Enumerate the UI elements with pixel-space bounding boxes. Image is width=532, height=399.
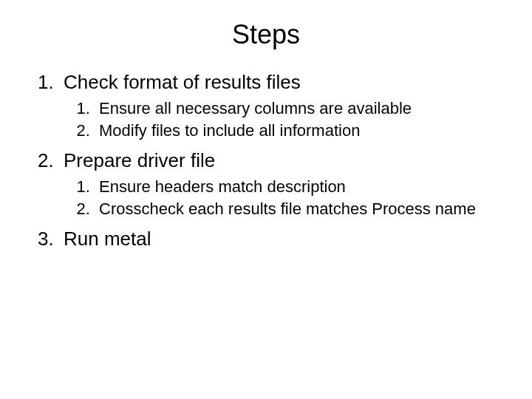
step-text: Prepare driver file [64,149,215,171]
substep-item: Crosscheck each results file matches Pro… [95,199,510,219]
substep-item: Ensure headers match description [95,177,510,197]
substep-text: Ensure all necessary columns are availab… [99,99,412,117]
slide-title: Steps [22,19,510,50]
step-item: Prepare driver file Ensure headers match… [59,149,510,219]
substep-text: Crosscheck each results file matches Pro… [99,200,476,218]
substep-text: Ensure headers match description [99,177,346,196]
slide: Steps Check format of results files Ensu… [0,0,532,399]
substep-item: Modify files to include all information [95,120,510,141]
substep-item: Ensure all necessary columns are availab… [95,98,510,119]
step-text: Check format of results files [64,71,301,93]
substeps-list: Ensure all necessary columns are availab… [64,98,510,140]
step-item: Run metal [59,228,510,250]
step-item: Check format of results files Ensure all… [59,71,510,140]
step-text: Run metal [64,228,151,250]
steps-list: Check format of results files Ensure all… [22,71,510,250]
substep-text: Modify files to include all information [99,121,360,140]
substeps-list: Ensure headers match description Crossch… [64,177,510,219]
